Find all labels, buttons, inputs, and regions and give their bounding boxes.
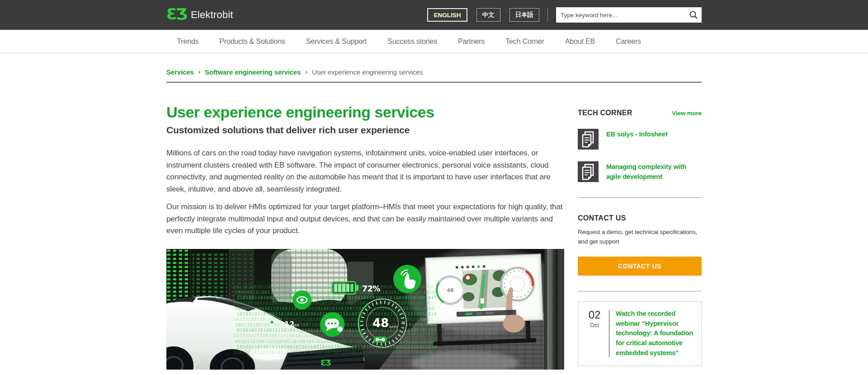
hero-image: 48 xyxy=(166,249,564,370)
intro-paragraph: Millions of cars on the road today have … xyxy=(166,147,564,195)
brand-name: Elektrobit xyxy=(191,9,233,21)
svg-text:110100110100101101001011010011: 1101001101001011010010110100110100101101… xyxy=(237,295,437,300)
eye-icon xyxy=(292,290,311,309)
page-subtitle: Customized solutions that deliver rich u… xyxy=(166,125,564,136)
search-button[interactable] xyxy=(685,7,702,23)
nav-item-about-eb[interactable]: About EB xyxy=(565,38,595,46)
main-content: User experience engineering services Cus… xyxy=(166,83,564,370)
contact-us-title: CONTACT US xyxy=(578,214,702,222)
event-month: Oct xyxy=(585,322,604,328)
top-header: ƐƷ Elektrobit ENGLISH 中文 日本語 xyxy=(0,0,868,30)
elektrobit-logo-icon: ƐƷ xyxy=(166,6,186,22)
car-grille-eb-logo: ƐƷ xyxy=(321,358,331,367)
touch-gesture-icon xyxy=(393,265,421,293)
svg-text:101001101001011010010110110110: 1010011010010110100101101101101001011010… xyxy=(237,344,437,349)
view-more-link[interactable]: View more xyxy=(672,110,702,117)
mission-paragraph: Our mission is to deliver HMIs optimized… xyxy=(166,201,564,237)
speed-unit: km/h xyxy=(389,325,398,329)
nav-item-products-solutions[interactable]: Products & Solutions xyxy=(219,38,285,46)
page-title: User experience engineering services xyxy=(166,103,564,121)
svg-text:001011010010110100110100101101: 0010110100101101001101001011010010110100… xyxy=(235,306,435,311)
breadcrumb: Services › Software engineering services… xyxy=(166,68,702,76)
event-webinar-link[interactable]: Watch the recorded webinar “Hypervisor t… xyxy=(616,309,695,358)
chat-bubble-icon xyxy=(320,312,344,337)
nav-item-success-stories[interactable]: Success stories xyxy=(387,38,437,46)
document-icon xyxy=(578,129,599,150)
nav-item-services-support[interactable]: Services & Support xyxy=(306,38,367,46)
search-icon xyxy=(689,10,698,20)
svg-text:011010010110100101101001101001: 0110100101101001011010011010010110100101… xyxy=(233,300,433,305)
event-date: 02 Oct xyxy=(585,309,604,358)
breadcrumb-current-page: User experience engineering services xyxy=(312,68,423,76)
document-icon xyxy=(578,161,599,182)
search-box xyxy=(556,7,702,23)
sidebar-divider xyxy=(578,291,702,291)
language-switcher: ENGLISH 中文 日本語 xyxy=(427,8,539,22)
range-unit: km xyxy=(293,323,299,328)
event-divider xyxy=(609,310,609,357)
brand-logo[interactable]: ƐƷ Elektrobit xyxy=(166,7,233,23)
language-button-english[interactable]: ENGLISH xyxy=(427,8,467,22)
nav-item-careers[interactable]: Careers xyxy=(616,38,641,46)
speed-value: 48 xyxy=(373,316,389,330)
pole xyxy=(544,249,558,370)
chevron-right-icon: › xyxy=(198,68,201,75)
chevron-right-icon: › xyxy=(305,68,307,75)
range-value: 312 xyxy=(279,320,294,328)
tech-corner-item-managing-complexity[interactable]: Managing complexity with agile developme… xyxy=(578,161,702,182)
contact-us-text: Request a demo, get technical specificat… xyxy=(578,228,702,247)
sidebar-divider xyxy=(578,197,702,198)
tech-corner-item-title[interactable]: Managing complexity with agile developme… xyxy=(606,161,702,182)
main-nav: Trends Products & Solutions Services & S… xyxy=(0,30,868,53)
event-card: 02 Oct Watch the recorded webinar “Hyper… xyxy=(578,301,702,366)
search-input[interactable] xyxy=(556,7,685,23)
nav-item-trends[interactable]: Trends xyxy=(177,38,198,46)
nav-item-tech-corner[interactable]: Tech Corner xyxy=(505,38,544,46)
tech-corner-item-title[interactable]: EB solys - Infosheet xyxy=(606,129,668,150)
event-day: 02 xyxy=(585,309,604,321)
language-button-japanese[interactable]: 日本語 xyxy=(509,8,540,22)
svg-text:001011010011010010110100101101: 0010110100110100101101001011011011010010… xyxy=(235,338,435,343)
billboard-speed-value: 48 xyxy=(447,287,453,294)
header-divider xyxy=(547,8,548,22)
nav-item-partners[interactable]: Partners xyxy=(458,38,485,46)
breadcrumb-services[interactable]: Services xyxy=(166,68,194,76)
language-button-chinese[interactable]: 中文 xyxy=(476,8,500,22)
battery-icon xyxy=(332,281,359,294)
tech-corner-item-eb-solys[interactable]: EB solys - Infosheet xyxy=(578,129,702,150)
sidebar: TECH CORNER View more EB solys - Infoshe… xyxy=(578,83,702,370)
battery-percent-label: 72% xyxy=(362,284,380,293)
breadcrumb-software-engineering-services[interactable]: Software engineering services xyxy=(205,68,301,76)
svg-text:110100101101001011011011010010: 1101001011010010110110110100101101001101… xyxy=(233,349,433,354)
tech-corner-title: TECH CORNER xyxy=(578,109,632,117)
contact-us-button[interactable]: CONTACT US xyxy=(578,257,702,276)
ar-glasses-icon xyxy=(373,336,387,342)
